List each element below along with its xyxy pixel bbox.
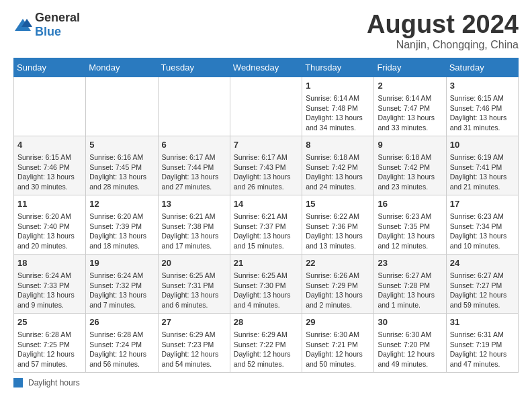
day-number: 31 <box>450 316 515 328</box>
location-subtitle: Nanjin, Chongqing, China <box>367 39 519 51</box>
calendar-header-row: SundayMondayTuesdayWednesdayThursdayFrid… <box>14 58 519 77</box>
calendar-day-header: Sunday <box>14 58 86 77</box>
calendar-day-header: Wednesday <box>230 58 302 77</box>
day-number: 15 <box>306 198 370 210</box>
calendar-cell: 6Sunrise: 6:17 AM Sunset: 7:44 PM Daylig… <box>158 136 230 195</box>
day-info: Sunrise: 6:15 AM Sunset: 7:46 PM Dayligh… <box>450 93 515 133</box>
calendar-cell <box>158 77 230 136</box>
day-number: 1 <box>306 80 370 92</box>
calendar-cell: 28Sunrise: 6:29 AM Sunset: 7:22 PM Dayli… <box>230 313 302 372</box>
day-info: Sunrise: 6:24 AM Sunset: 7:33 PM Dayligh… <box>17 271 82 310</box>
legend-label: Daylight hours <box>28 378 80 387</box>
day-number: 26 <box>89 316 154 328</box>
calendar-week-row: 25Sunrise: 6:28 AM Sunset: 7:25 PM Dayli… <box>14 313 519 372</box>
calendar-cell: 13Sunrise: 6:21 AM Sunset: 7:38 PM Dayli… <box>158 195 230 254</box>
day-info: Sunrise: 6:29 AM Sunset: 7:23 PM Dayligh… <box>162 330 226 369</box>
calendar-cell: 29Sunrise: 6:30 AM Sunset: 7:21 PM Dayli… <box>302 313 374 372</box>
day-info: Sunrise: 6:21 AM Sunset: 7:37 PM Dayligh… <box>234 212 298 251</box>
day-number: 17 <box>450 198 515 210</box>
generalblue-logo-icon <box>13 17 32 32</box>
calendar-cell: 11Sunrise: 6:20 AM Sunset: 7:40 PM Dayli… <box>14 195 86 254</box>
calendar-day-header: Tuesday <box>158 58 230 77</box>
calendar-cell: 1Sunrise: 6:14 AM Sunset: 7:48 PM Daylig… <box>302 77 374 136</box>
day-number: 24 <box>450 257 515 269</box>
calendar-day-header: Thursday <box>302 58 374 77</box>
day-info: Sunrise: 6:25 AM Sunset: 7:31 PM Dayligh… <box>162 271 226 310</box>
day-number: 27 <box>162 316 226 328</box>
day-number: 22 <box>306 257 370 269</box>
calendar-cell: 16Sunrise: 6:23 AM Sunset: 7:35 PM Dayli… <box>374 195 446 254</box>
day-info: Sunrise: 6:14 AM Sunset: 7:48 PM Dayligh… <box>306 93 370 133</box>
calendar-cell: 30Sunrise: 6:30 AM Sunset: 7:20 PM Dayli… <box>374 313 446 372</box>
calendar-day-header: Monday <box>86 58 158 77</box>
calendar-cell: 18Sunrise: 6:24 AM Sunset: 7:33 PM Dayli… <box>14 254 86 313</box>
calendar-cell: 14Sunrise: 6:21 AM Sunset: 7:37 PM Dayli… <box>230 195 302 254</box>
day-number: 5 <box>89 139 154 151</box>
calendar-cell: 26Sunrise: 6:28 AM Sunset: 7:24 PM Dayli… <box>86 313 158 372</box>
calendar-week-row: 1Sunrise: 6:14 AM Sunset: 7:48 PM Daylig… <box>14 77 519 136</box>
day-info: Sunrise: 6:21 AM Sunset: 7:38 PM Dayligh… <box>162 212 226 251</box>
calendar-cell: 20Sunrise: 6:25 AM Sunset: 7:31 PM Dayli… <box>158 254 230 313</box>
day-number: 29 <box>306 316 370 328</box>
calendar-cell <box>86 77 158 136</box>
day-info: Sunrise: 6:15 AM Sunset: 7:46 PM Dayligh… <box>17 152 82 192</box>
calendar-cell: 10Sunrise: 6:19 AM Sunset: 7:41 PM Dayli… <box>446 136 518 195</box>
calendar-day-header: Friday <box>374 58 446 77</box>
day-info: Sunrise: 6:19 AM Sunset: 7:41 PM Dayligh… <box>450 152 515 192</box>
calendar-cell: 25Sunrise: 6:28 AM Sunset: 7:25 PM Dayli… <box>14 313 86 372</box>
day-number: 19 <box>89 257 154 269</box>
calendar-cell: 9Sunrise: 6:18 AM Sunset: 7:42 PM Daylig… <box>374 136 446 195</box>
day-number: 28 <box>234 316 298 328</box>
day-info: Sunrise: 6:20 AM Sunset: 7:40 PM Dayligh… <box>17 212 82 251</box>
day-info: Sunrise: 6:14 AM Sunset: 7:47 PM Dayligh… <box>378 93 442 133</box>
calendar-cell: 24Sunrise: 6:27 AM Sunset: 7:27 PM Dayli… <box>446 254 518 313</box>
calendar-cell: 2Sunrise: 6:14 AM Sunset: 7:47 PM Daylig… <box>374 77 446 136</box>
legend-color-box <box>13 378 23 387</box>
day-number: 16 <box>378 198 442 210</box>
title-area: August 2024 Nanjin, Chongqing, China <box>367 11 519 51</box>
day-number: 7 <box>234 139 298 151</box>
calendar-cell <box>14 77 86 136</box>
logo: General Blue <box>13 11 80 39</box>
day-number: 8 <box>306 139 370 151</box>
day-number: 10 <box>450 139 515 151</box>
calendar-cell: 4Sunrise: 6:15 AM Sunset: 7:46 PM Daylig… <box>14 136 86 195</box>
day-number: 14 <box>234 198 298 210</box>
day-info: Sunrise: 6:28 AM Sunset: 7:25 PM Dayligh… <box>17 330 82 369</box>
day-info: Sunrise: 6:16 AM Sunset: 7:45 PM Dayligh… <box>89 152 154 192</box>
calendar-table: SundayMondayTuesdayWednesdayThursdayFrid… <box>13 58 519 373</box>
day-info: Sunrise: 6:23 AM Sunset: 7:34 PM Dayligh… <box>450 212 515 251</box>
day-number: 12 <box>89 198 154 210</box>
day-number: 20 <box>162 257 226 269</box>
day-number: 2 <box>378 80 442 92</box>
logo-blue: Blue <box>35 25 61 38</box>
calendar-cell: 22Sunrise: 6:26 AM Sunset: 7:29 PM Dayli… <box>302 254 374 313</box>
day-number: 6 <box>162 139 226 151</box>
day-info: Sunrise: 6:31 AM Sunset: 7:19 PM Dayligh… <box>450 330 515 369</box>
day-info: Sunrise: 6:24 AM Sunset: 7:32 PM Dayligh… <box>89 271 154 310</box>
calendar-cell: 21Sunrise: 6:25 AM Sunset: 7:30 PM Dayli… <box>230 254 302 313</box>
calendar-cell: 31Sunrise: 6:31 AM Sunset: 7:19 PM Dayli… <box>446 313 518 372</box>
day-number: 4 <box>17 139 82 151</box>
logo-general: General <box>35 11 80 24</box>
legend-area: Daylight hours <box>13 378 519 387</box>
day-info: Sunrise: 6:17 AM Sunset: 7:43 PM Dayligh… <box>234 152 298 192</box>
day-info: Sunrise: 6:23 AM Sunset: 7:35 PM Dayligh… <box>378 212 442 251</box>
day-number: 21 <box>234 257 298 269</box>
day-number: 9 <box>378 139 442 151</box>
day-number: 3 <box>450 80 515 92</box>
day-info: Sunrise: 6:30 AM Sunset: 7:21 PM Dayligh… <box>306 330 370 369</box>
calendar-cell: 8Sunrise: 6:18 AM Sunset: 7:42 PM Daylig… <box>302 136 374 195</box>
day-number: 18 <box>17 257 82 269</box>
calendar-cell: 3Sunrise: 6:15 AM Sunset: 7:46 PM Daylig… <box>446 77 518 136</box>
day-number: 11 <box>17 198 82 210</box>
calendar-day-header: Saturday <box>446 58 518 77</box>
day-number: 23 <box>378 257 442 269</box>
calendar-cell: 27Sunrise: 6:29 AM Sunset: 7:23 PM Dayli… <box>158 313 230 372</box>
calendar-cell: 12Sunrise: 6:20 AM Sunset: 7:39 PM Dayli… <box>86 195 158 254</box>
calendar-cell: 5Sunrise: 6:16 AM Sunset: 7:45 PM Daylig… <box>86 136 158 195</box>
month-year-title: August 2024 <box>367 11 519 39</box>
day-info: Sunrise: 6:18 AM Sunset: 7:42 PM Dayligh… <box>378 152 442 192</box>
day-info: Sunrise: 6:18 AM Sunset: 7:42 PM Dayligh… <box>306 152 370 192</box>
calendar-cell: 17Sunrise: 6:23 AM Sunset: 7:34 PM Dayli… <box>446 195 518 254</box>
